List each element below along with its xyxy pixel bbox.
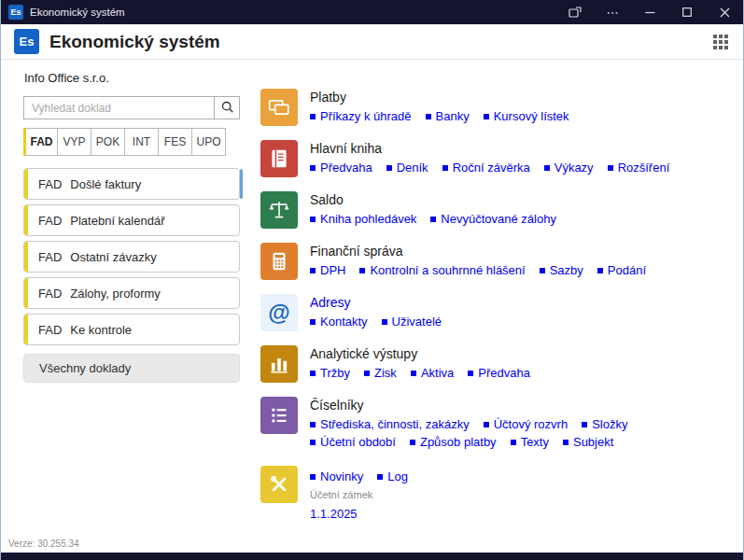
list-icon [260,397,298,434]
link-kursovy-listek[interactable]: Kursový lístek [484,109,569,123]
tab-fes[interactable]: FES [158,128,192,156]
titlebar: Es Ekonomický systém ⋯ [1,0,743,24]
bullet-icon [310,319,316,325]
link-sazby[interactable]: Sazby [540,263,583,277]
card-code: FAD [38,323,62,337]
link-strediska-cinnosti-zakazky[interactable]: Střediska, činnosti, zakázky [310,417,470,431]
maximize-icon[interactable] [668,0,706,24]
bullet-icon [310,371,316,376]
section-title: Finanční správa [310,244,646,259]
section-title: Hlavní kniha [310,141,669,156]
section-platby: Platby Příkazy k úhradě Banky Kursový lí… [260,89,743,127]
search-input[interactable] [23,96,215,119]
minimize-icon[interactable] [631,0,668,24]
link-dph[interactable]: DPH [310,263,345,277]
link-texty[interactable]: Texty [511,435,549,449]
all-documents-button[interactable]: Všechny doklady [23,354,240,383]
card-code: FAD [38,287,62,301]
card-ostatni-zavazky[interactable]: FAD Ostatní závazky [23,241,240,273]
tab-pok[interactable]: POK [91,128,125,156]
link-uctovy-rozvrh[interactable]: Účtový rozvrh [484,417,568,431]
card-code: FAD [38,214,62,228]
link-predvaha-analyticka[interactable]: Předvaha [468,366,530,380]
link-podani[interactable]: Podání [597,263,646,277]
app-window: Es Ekonomický systém ⋯ Es Ekonomický sys… [0,0,744,560]
section-title: Saldo [310,192,556,207]
link-rocni-zaverka[interactable]: Roční závěrka [442,161,530,175]
bullet-icon [442,165,448,171]
version-label: Verze: 30.255.34 [8,539,79,549]
card-label: Platební kalendář [70,214,164,228]
link-slozky[interactable]: Složky [582,417,627,431]
bullet-icon [310,268,316,273]
bullet-icon [426,114,431,119]
link-zisk[interactable]: Zisk [364,366,397,380]
bullet-icon [359,268,365,273]
link-trzby[interactable]: Tržby [310,366,350,380]
link-denik[interactable]: Deník [386,161,428,175]
bullet-icon [484,114,489,119]
link-kontrolni-a-souhrnne-hlaseni[interactable]: Kontrolní a souhrnné hlášení [359,263,525,277]
section-saldo: Saldo Kniha pohledávek Nevyúčtované zálo… [260,191,743,230]
card-code: FAD [38,250,62,264]
link-nevyuctovane-zalohy[interactable]: Nevyúčtované zálohy [430,212,556,226]
doc-card-list: FAD Došlé faktury FAD Platební kalendář … [23,168,240,345]
tab-upo[interactable]: UPO [191,128,226,156]
section-analyticke-vystupy: Analytické výstupy Tržby Zisk Aktiva Pře… [260,345,743,384]
link-ucetni-obdobi[interactable]: Účetní období [310,435,396,449]
bullet-icon [484,422,489,427]
link-uzivatele[interactable]: Uživatelé [382,315,442,329]
bullet-icon [540,268,545,273]
bullet-icon [310,440,316,445]
accounting-lock-label: Účetní zámek [310,489,408,500]
calculator-icon [260,243,298,280]
section-title-link-adresy[interactable]: Adresy [310,295,442,310]
tab-int[interactable]: INT [124,128,159,156]
search-button[interactable] [215,96,240,119]
bullet-icon [597,268,603,273]
section-ciselniky: Číselníky Střediska, činnosti, zakázky Ú… [260,397,743,453]
main-menu: Platby Příkazy k úhradě Banky Kursový lí… [240,60,743,553]
bullet-icon [544,165,550,171]
card-dosle-faktury[interactable]: FAD Došlé faktury [23,168,240,200]
search-icon [220,100,234,117]
section-nastroje: Novinky Log Účetní zámek 1.1.2025 [260,466,743,521]
accounting-lock-date-link[interactable]: 1.1.2025 [310,507,408,521]
card-zalohy-proformy[interactable]: FAD Zálohy, proformy [23,277,240,309]
bullet-icon [411,371,416,376]
at-sign-icon: @ [260,294,298,331]
section-title: Analytické výstupy [310,346,530,361]
content: Info Office s.r.o. FAD VYP POK INT FES U… [1,60,743,553]
link-kontakty[interactable]: Kontakty [310,315,368,329]
card-label: Ke kontrole [70,323,132,337]
link-log[interactable]: Log [377,469,408,483]
bar-chart-icon [260,345,298,383]
card-platebni-kalendar[interactable]: FAD Platební kalendář [23,204,240,236]
card-ke-kontrole[interactable]: FAD Ke kontrole [23,314,240,345]
tab-fad[interactable]: FAD [23,128,58,156]
balance-scale-icon [260,191,298,229]
link-rozsireni[interactable]: Rozšíření [608,161,670,175]
link-vykazy[interactable]: Výkazy [544,161,594,175]
more-options-icon[interactable]: ⋯ [594,0,631,24]
tab-vyp[interactable]: VYP [57,128,91,156]
link-novinky[interactable]: Novinky [310,469,363,483]
section-title: Číselníky [310,398,627,413]
card-code: FAD [38,177,62,191]
link-aktiva[interactable]: Aktiva [411,366,454,380]
apps-grid-icon[interactable] [713,35,728,49]
link-subjekt[interactable]: Subjekt [563,435,613,449]
card-label: Došlé faktury [70,177,141,191]
app-window-icon[interactable] [556,0,594,24]
window-title: Ekonomický systém [30,7,125,18]
link-zpusob-platby[interactable]: Způsob platby [410,435,497,449]
link-prikazy-k-uhrade[interactable]: Příkazy k úhradě [310,109,412,123]
header: Es Ekonomický systém [1,24,743,60]
close-icon[interactable] [706,0,743,24]
link-predvaha[interactable]: Předvaha [310,161,372,175]
bottom-strip [1,553,743,560]
link-banky[interactable]: Banky [426,109,470,123]
link-kniha-pohledavek[interactable]: Kniha pohledávek [310,212,416,226]
bullet-icon [410,440,415,445]
sidebar: Info Office s.r.o. FAD VYP POK INT FES U… [1,60,240,553]
